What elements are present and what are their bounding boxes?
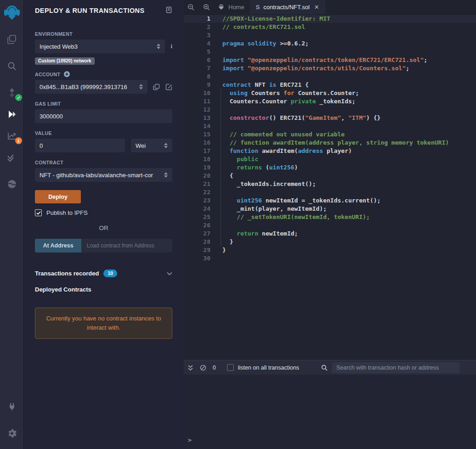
code-line[interactable]: 3 [184, 31, 476, 39]
environment-info-icon[interactable]: i [170, 43, 172, 50]
environment-select[interactable]: Injected Web3 [35, 39, 165, 53]
code-line[interactable]: 2// contracts/ERC721.sol [184, 23, 476, 31]
code-line[interactable]: 28 } [184, 238, 476, 246]
line-content[interactable]: _mint(player, newItemId); [222, 205, 327, 213]
code-line[interactable]: 1//SPDX-License-Identifier: MIT [184, 15, 476, 23]
terminal-search-input[interactable] [332, 362, 459, 373]
settings-gear-icon[interactable] [3, 423, 21, 443]
code-line[interactable]: 19 returns (uint256) [184, 163, 476, 172]
line-number[interactable]: 6 [184, 56, 210, 64]
line-number[interactable]: 26 [184, 221, 210, 230]
line-content[interactable]: _tokenIds.increment(); [222, 180, 316, 188]
code-line[interactable]: 24 _mint(player, newItemId); [184, 205, 476, 213]
line-number[interactable]: 5 [184, 48, 210, 56]
line-number[interactable]: 18 [184, 155, 210, 163]
code-line[interactable]: 25 // _setTokenURI(newItemId, tokenURI); [184, 213, 476, 221]
line-content[interactable]: // _setTokenURI(newItemId, tokenURI); [222, 213, 370, 221]
line-number[interactable]: 17 [184, 147, 210, 155]
publish-ipfs-checkbox[interactable] [35, 209, 42, 216]
transactions-recorded-row[interactable]: Transactions recorded 10 [35, 269, 172, 277]
value-input[interactable] [35, 139, 125, 152]
code-line[interactable]: 29} [184, 246, 476, 254]
code-line[interactable]: 7import "@openzeppelin/contracts/utils/C… [184, 64, 476, 73]
code-line[interactable]: 14 [184, 122, 476, 130]
line-number[interactable]: 12 [184, 106, 210, 114]
line-number[interactable]: 23 [184, 196, 210, 205]
code-line[interactable]: 15 // commented out unused variable [184, 130, 476, 139]
debugger-icon[interactable] [3, 174, 21, 194]
line-number[interactable]: 9 [184, 81, 210, 89]
line-number[interactable]: 13 [184, 114, 210, 122]
line-number[interactable]: 15 [184, 130, 210, 139]
line-content[interactable]: // contracts/ERC721.sol [222, 23, 305, 31]
code-line[interactable]: 9contract NFT is ERC721 { [184, 81, 476, 89]
line-number[interactable]: 20 [184, 172, 210, 180]
analytics-icon[interactable]: 1 [3, 126, 21, 146]
line-content[interactable]: return newItemId; [222, 230, 298, 238]
line-content[interactable]: Counters.Counter private _tokenIds; [222, 97, 356, 106]
remix-logo-icon[interactable] [3, 3, 21, 23]
line-content[interactable]: } [222, 246, 226, 254]
code-line[interactable]: 8 [184, 73, 476, 81]
code-line[interactable]: 21 _tokenIds.increment(); [184, 180, 476, 188]
code-line[interactable]: 6import "@openzeppelin/contracts/token/E… [184, 56, 476, 64]
code-line[interactable]: 5 [184, 48, 476, 56]
line-content[interactable]: // function awardItem(address player, st… [222, 139, 449, 147]
line-number[interactable]: 24 [184, 205, 210, 213]
line-content[interactable]: import "@openzeppelin/contracts/utils/Co… [222, 64, 409, 73]
line-number[interactable]: 4 [184, 39, 210, 48]
line-number[interactable]: 7 [184, 64, 210, 73]
terminal-output[interactable]: > [184, 375, 476, 449]
sign-message-icon[interactable] [165, 84, 172, 90]
code-line[interactable]: 22 [184, 188, 476, 196]
line-number[interactable]: 22 [184, 188, 210, 196]
line-number[interactable]: 25 [184, 213, 210, 221]
zoom-out-icon[interactable] [187, 4, 195, 11]
line-number[interactable]: 29 [184, 246, 210, 254]
expand-terminal-icon[interactable] [187, 365, 193, 371]
line-number[interactable]: 19 [184, 163, 210, 172]
plugin-manager-icon[interactable] [3, 397, 21, 417]
line-content[interactable]: pragma solidity >=0.6.2; [222, 39, 309, 48]
line-content[interactable]: public [222, 155, 258, 163]
chevron-down-icon[interactable] [167, 269, 172, 277]
code-line[interactable]: 12 [184, 106, 476, 114]
at-address-input[interactable] [81, 239, 172, 253]
deploy-button[interactable]: Deploy [35, 190, 81, 203]
line-number[interactable]: 1 [184, 15, 210, 23]
code-line[interactable]: 23 uint256 newItemId = _tokenIds.current… [184, 196, 476, 205]
line-number[interactable]: 16 [184, 139, 210, 147]
search-icon[interactable] [3, 56, 21, 76]
line-number[interactable]: 14 [184, 122, 210, 130]
line-content[interactable]: constructor() ERC721("GameItem", "ITM") … [222, 114, 380, 122]
line-number[interactable]: 28 [184, 238, 210, 246]
code-editor[interactable]: 1//SPDX-License-Identifier: MIT2// contr… [184, 15, 476, 360]
line-number[interactable]: 30 [184, 254, 210, 263]
tab-home[interactable]: Home [212, 0, 250, 14]
code-line[interactable]: 13 constructor() ERC721("GameItem", "ITM… [184, 114, 476, 122]
line-number[interactable]: 27 [184, 230, 210, 238]
line-content[interactable]: function awardItem(address player) [222, 147, 352, 155]
line-number[interactable]: 8 [184, 73, 210, 81]
line-content[interactable]: // commented out unused variable [222, 130, 345, 139]
line-number[interactable]: 10 [184, 89, 210, 97]
code-line[interactable]: 10 using Counters for Counters.Counter; [184, 89, 476, 97]
account-select[interactable]: 0x845...B1aB3 (999992.3913716 [35, 80, 147, 94]
code-line[interactable]: 17 function awardItem(address player) [184, 147, 476, 155]
line-number[interactable]: 11 [184, 97, 210, 106]
at-address-button[interactable]: At Address [35, 239, 81, 253]
documentation-icon[interactable] [165, 6, 172, 15]
close-tab-icon[interactable]: ✕ [314, 4, 319, 11]
copy-account-icon[interactable] [153, 84, 160, 90]
line-number[interactable]: 2 [184, 23, 210, 31]
line-number[interactable]: 3 [184, 31, 210, 39]
code-line[interactable]: 20 { [184, 172, 476, 180]
zoom-in-icon[interactable] [203, 4, 210, 11]
contract-select[interactable]: NFT - github/ava-labs/avalanche-smart-co… [35, 168, 172, 182]
static-analysis-icon[interactable] [3, 147, 21, 168]
code-line[interactable]: 26 [184, 221, 476, 230]
clear-terminal-icon[interactable] [200, 365, 206, 371]
code-line[interactable]: 18 public [184, 155, 476, 163]
code-line[interactable]: 16 // function awardItem(address player,… [184, 139, 476, 147]
code-line[interactable]: 30 [184, 254, 476, 263]
